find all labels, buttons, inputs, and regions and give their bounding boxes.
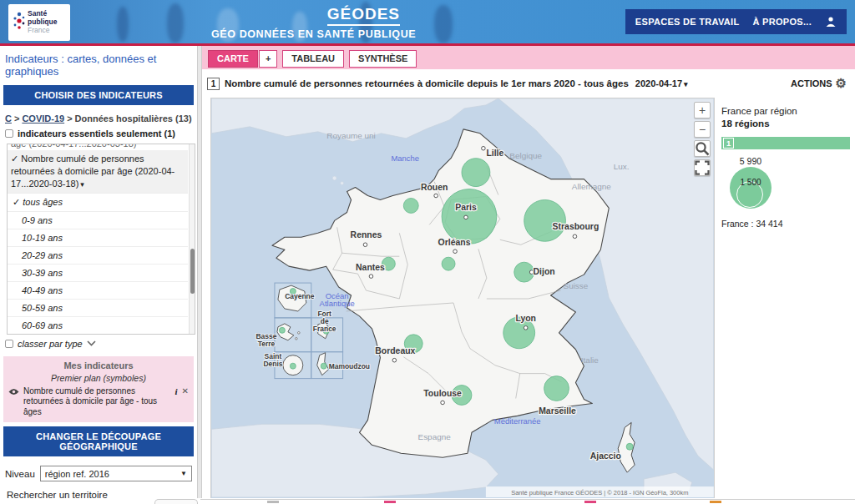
actions-button[interactable]: ACTIONS ⚙ xyxy=(791,76,847,91)
chevron-down-icon xyxy=(87,340,96,346)
fullscreen-icon xyxy=(695,0,710,367)
breadcrumb-link-covid19[interactable]: COVID-19 xyxy=(22,113,64,123)
list-scrollbar[interactable] xyxy=(189,144,195,334)
premier-plan-subtitle: Premier plan (symboles) xyxy=(8,373,189,383)
region-bubble[interactable] xyxy=(626,443,633,450)
region-bubble[interactable] xyxy=(290,363,296,369)
city-dot xyxy=(524,326,528,330)
city-dot xyxy=(369,275,373,279)
city-dot xyxy=(573,234,577,239)
window-edge-decor xyxy=(384,501,396,503)
changer-decoupage-button[interactable]: CHANGER LE DÉCOUPAGE GÉOGRAPHIQUE xyxy=(3,426,194,456)
header-photo-decor xyxy=(167,3,184,43)
background-window-edge xyxy=(0,498,855,504)
legend-value-small: 1 500 xyxy=(730,178,772,187)
city-dot xyxy=(464,215,468,219)
map-controls: + − xyxy=(694,102,711,176)
checkbox-icon[interactable] xyxy=(5,340,13,348)
age-range-item[interactable]: 30-39 ans xyxy=(8,264,188,281)
select-caret-icon: ▼ xyxy=(180,470,187,477)
choisir-indicateurs-button[interactable]: CHOISIR DES INDICATEURS xyxy=(3,85,194,105)
inset-label: Cayenne xyxy=(285,292,315,300)
niveau-row: Niveau région ref. 2016 ▼ xyxy=(0,461,197,483)
map-attribution: Santé publique France GÉODES | © 2018 - … xyxy=(511,489,688,496)
inset-label: Mamoudzou xyxy=(329,362,370,370)
city-dot xyxy=(363,243,367,247)
country-label: Suisse xyxy=(564,281,589,290)
region-bubble[interactable] xyxy=(403,199,418,214)
niveau-label: Niveau xyxy=(5,469,35,479)
nav-a-propos[interactable]: À PROPOS... xyxy=(752,17,812,27)
close-icon[interactable]: ✕ xyxy=(182,386,189,397)
breadcrumb-link-c[interactable]: C xyxy=(5,113,12,123)
eye-icon[interactable] xyxy=(8,388,19,399)
region-bubble[interactable] xyxy=(279,327,285,333)
logo-line-3: France xyxy=(28,27,57,35)
essentials-checkbox-label: indicateurs essentiels seulement (1) xyxy=(18,129,175,139)
city-label: Nantes xyxy=(356,263,385,272)
niveau-select[interactable]: région ref. 2016 ▼ xyxy=(40,466,192,481)
checkbox-icon[interactable] xyxy=(5,129,13,138)
inset-label: France xyxy=(313,325,336,333)
legend-layer-bar[interactable]: 1 xyxy=(721,137,850,149)
age-range-item[interactable]: 10-19 ans xyxy=(8,229,188,246)
mes-indicateurs-title: Mes indicateurs xyxy=(8,360,189,370)
legend-value-big: 5 990 xyxy=(730,156,772,166)
classer-par-type-label: classer par type xyxy=(18,339,83,349)
region-bubble[interactable] xyxy=(321,363,326,369)
region-bubble[interactable] xyxy=(442,189,497,244)
city-label: Lyon xyxy=(515,314,536,323)
add-view-button[interactable]: + xyxy=(259,50,277,68)
age-range-item[interactable]: 60-69 ans xyxy=(8,316,188,334)
country-label: Italie xyxy=(581,355,599,365)
map[interactable]: MancheOcéanAtlantiqueMéditerranée Royaum… xyxy=(210,98,715,504)
age-range-item[interactable]: 0-9 ans xyxy=(8,211,188,229)
france-map[interactable]: MancheOcéanAtlantiqueMéditerranée Royaum… xyxy=(211,98,714,497)
caret-down-icon: ▾ xyxy=(684,80,688,88)
geodes-app: Santé publique France GÉODES GÉO DONNÉES… xyxy=(0,0,855,504)
app-header: Santé publique France GÉODES GÉO DONNÉES… xyxy=(0,0,855,46)
breadcrumb-separator: > xyxy=(14,113,19,123)
user-icon[interactable] xyxy=(825,16,837,28)
region-bubble[interactable] xyxy=(442,257,455,270)
city-dot xyxy=(453,249,458,254)
window-edge-decor xyxy=(267,501,279,503)
sea-label: Manche xyxy=(391,154,419,163)
age-range-item[interactable]: 50-59 ans xyxy=(8,299,188,316)
clipped-list-item[interactable]: âge (2020-04-17...2020-03-18) xyxy=(8,144,188,150)
nav-espaces-de-travail[interactable]: ESPACES DE TRAVAIL xyxy=(635,17,740,27)
sea-label: Méditerranée xyxy=(494,416,541,426)
city-label: Ajaccio xyxy=(590,451,621,461)
age-range-item[interactable]: 40-49 ans xyxy=(8,281,188,299)
sante-publique-france-logo[interactable]: Santé publique France xyxy=(8,4,70,41)
background-window-line xyxy=(200,499,855,500)
list-scrollbar-thumb[interactable] xyxy=(190,249,195,294)
header-photo-decor xyxy=(117,7,129,42)
indicator-title: Nombre cumulé de personnes retournées à … xyxy=(225,78,629,88)
view-tabs: CARTE + TABLEAU SYNTHÈSE xyxy=(202,46,855,69)
info-icon[interactable]: i xyxy=(175,386,178,398)
sea-label: Atlantique xyxy=(320,299,355,308)
tab-synthese[interactable]: SYNTHÈSE xyxy=(349,50,417,68)
region-bubble[interactable] xyxy=(544,376,569,401)
country-label: Lux. xyxy=(614,162,630,171)
indicator-sidebar: Indicateurs : cartes, données et graphiq… xyxy=(0,46,197,504)
classer-par-type-checkbox[interactable]: classer par type xyxy=(0,336,197,351)
region-bubble[interactable] xyxy=(462,159,490,187)
tab-carte[interactable]: CARTE xyxy=(208,50,258,68)
fullscreen-button[interactable] xyxy=(694,159,711,176)
region-bubble[interactable] xyxy=(524,199,566,241)
selected-indicator-item[interactable]: ✓Nombre cumulé de personnes retournées à… xyxy=(8,150,188,193)
window-edge-decor xyxy=(710,501,721,503)
legend-circles: 1 500 xyxy=(730,167,772,209)
date-selector[interactable]: 2020-04-17▾ xyxy=(635,78,688,88)
tab-tableau[interactable]: TABLEAU xyxy=(282,50,344,68)
age-range-label: tous âges xyxy=(23,197,63,207)
city-dot xyxy=(392,358,397,362)
age-range-item[interactable]: 20-29 ans xyxy=(8,246,188,264)
age-range-item-selected[interactable]: ✓tous âges xyxy=(8,193,188,211)
app-title-block: GÉODES GÉO DONNÉES EN SANTÉ PUBLIQUE xyxy=(211,5,412,40)
city-label: Orléans xyxy=(438,238,471,247)
indicator-listbox: âge (2020-04-17...2020-03-18) ✓Nombre cu… xyxy=(7,144,195,335)
essentials-checkbox[interactable]: indicateurs essentiels seulement (1) xyxy=(0,126,197,141)
